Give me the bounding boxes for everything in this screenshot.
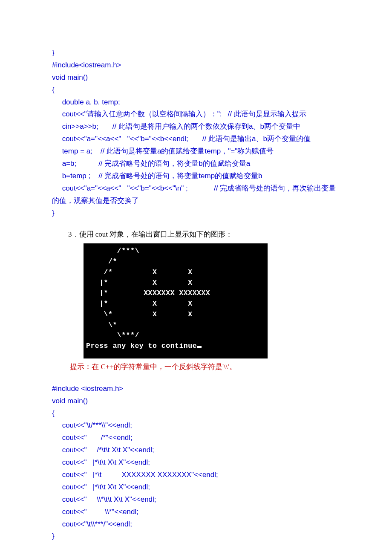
hint-text: 提示：在 C++的字符常量中，一个反斜线字符是'\\'。: [68, 361, 340, 373]
cursor-icon: [197, 346, 202, 348]
code-block-2: #include <iostream.h> void main() { cout…: [52, 383, 340, 543]
console-text: /***\ /* /* X X |* X X |* XXXXXXX XXXXXX…: [86, 247, 210, 350]
question-3-text: 3．使用 cout 对象，在输出窗口上显示如下的图形：: [68, 228, 340, 241]
code-block-1: } #include<iostream.h> void main() { dou…: [52, 47, 340, 219]
console-output: /***\ /* /* X X |* X X |* XXXXXXX XXXXXX…: [84, 243, 268, 358]
